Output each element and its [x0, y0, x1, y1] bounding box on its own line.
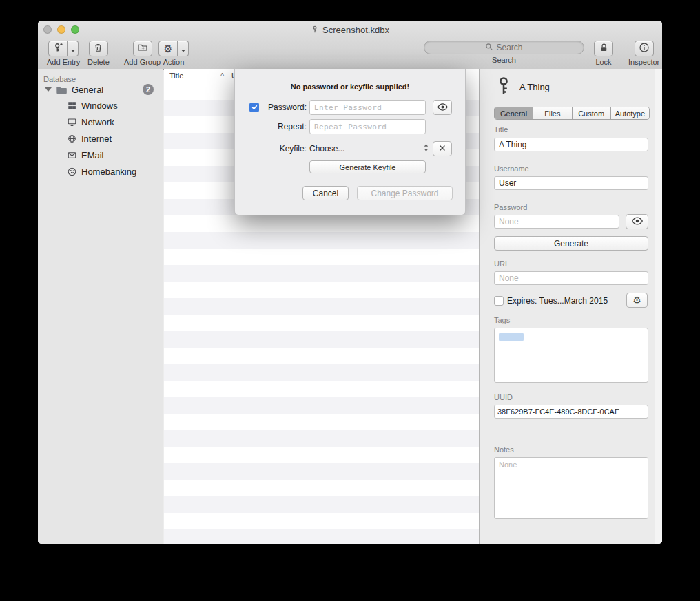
sidebar-item-network[interactable]: Network	[38, 114, 163, 130]
dialog-repeat-input[interactable]	[309, 119, 426, 134]
tag-chip[interactable]	[499, 333, 524, 341]
uuid-field[interactable]	[494, 405, 648, 419]
notes-label: Notes	[494, 445, 514, 454]
disclosure-triangle-icon[interactable]	[45, 87, 52, 92]
toolbar-item-delete: Delete	[88, 41, 110, 66]
title-field[interactable]	[494, 138, 648, 151]
close-button[interactable]	[43, 25, 52, 34]
lock-button[interactable]	[594, 41, 613, 56]
username-field[interactable]	[494, 176, 648, 190]
sidebar-group-general[interactable]: General 2	[38, 82, 163, 97]
tags-label: Tags	[494, 316, 510, 324]
monitor-icon	[67, 117, 77, 127]
dialog-show-password-button[interactable]	[433, 100, 452, 115]
tab-files[interactable]: Files	[533, 107, 572, 119]
minimize-button[interactable]	[57, 25, 65, 34]
table-row	[164, 529, 479, 544]
table-row	[164, 348, 479, 364]
generate-password-button[interactable]: Generate	[494, 236, 648, 251]
dialog-keyfile-label: Keyfile:	[261, 141, 307, 156]
expires-settings-button[interactable]: ⚙	[626, 293, 648, 308]
url-label: URL	[494, 260, 509, 268]
keyfile-popup-value: Choose...	[309, 144, 344, 154]
table-row	[164, 364, 479, 381]
column-header-title[interactable]: Title ^	[164, 69, 227, 83]
sidebar-item-label: EMail	[81, 150, 104, 160]
expires-label: Expires: Tues...March 2015	[507, 296, 608, 306]
add-group-button[interactable]	[133, 41, 152, 56]
table-row	[164, 215, 479, 232]
action-button[interactable]: ⚙	[158, 41, 178, 56]
table-row	[164, 496, 479, 513]
entry-count-badge: 2	[143, 84, 154, 95]
generate-label: Generate	[554, 239, 588, 249]
inspector-label: Inspector	[628, 58, 659, 66]
cancel-label: Cancel	[313, 189, 338, 198]
search-label: Search	[492, 56, 516, 64]
add-entry-button[interactable]	[48, 41, 68, 56]
lock-icon	[599, 42, 609, 56]
search-input[interactable]: Search	[424, 41, 584, 54]
folder-icon	[56, 85, 68, 95]
inspector-button[interactable]	[635, 41, 654, 56]
delete-button[interactable]	[89, 41, 108, 56]
expires-row: Expires: Tues...March 2015	[494, 296, 608, 306]
password-field[interactable]	[494, 215, 619, 229]
table-row	[164, 414, 479, 430]
clear-keyfile-button[interactable]	[433, 141, 452, 156]
action-dropdown-button[interactable]	[178, 41, 189, 56]
chevron-down-icon	[181, 43, 186, 55]
sidebar-item-windows[interactable]: Windows	[38, 97, 163, 114]
table-row	[164, 249, 479, 265]
change-password-dialog: No password or keyfile supplied! Passwor…	[234, 69, 466, 215]
table-row	[164, 282, 479, 298]
percent-coin-icon	[67, 167, 77, 177]
generate-keyfile-button[interactable]: Generate Keyfile	[309, 160, 426, 173]
titlebar[interactable]: Screenshot.kdbx	[38, 21, 662, 39]
toolbar-item-search: Search Search	[424, 41, 584, 64]
show-password-button[interactable]	[626, 214, 648, 229]
tab-custom[interactable]: Custom	[573, 107, 611, 119]
sidebar-item-email[interactable]: EMail	[38, 147, 163, 163]
macpass-window: Screenshot.kdbx	[38, 21, 662, 544]
tab-autotype[interactable]: Autotype	[611, 107, 649, 119]
dialog-password-label: Password:	[261, 100, 307, 115]
tags-field[interactable]	[494, 328, 648, 383]
url-field[interactable]	[494, 271, 648, 285]
inspector-scrollbar[interactable]	[655, 69, 662, 544]
toolbar-item-action: ⚙ Action	[158, 41, 189, 66]
lock-label: Lock	[595, 58, 611, 66]
username-label: Username	[494, 165, 529, 173]
expires-checkbox[interactable]	[494, 296, 504, 306]
inspector-panel: A Thing General Files Custom Autotype Ti…	[479, 69, 662, 544]
inspector-tabs: General Files Custom Autotype	[494, 107, 650, 120]
cancel-button[interactable]: Cancel	[302, 186, 349, 200]
zoom-button[interactable]	[71, 25, 79, 34]
gear-icon: ⚙	[632, 295, 641, 305]
keyfile-popup[interactable]: Choose...	[309, 141, 429, 156]
password-label: Password	[494, 203, 527, 211]
folder-plus-icon	[137, 42, 148, 56]
notes-field[interactable]	[494, 457, 648, 519]
trash-icon	[93, 42, 103, 56]
window-chrome: Screenshot.kdbx	[38, 21, 662, 70]
dialog-password-input[interactable]	[309, 100, 426, 115]
tab-general[interactable]: General	[495, 107, 533, 119]
password-checkbox[interactable]	[249, 103, 259, 112]
sidebar-item-label: Windows	[81, 101, 118, 111]
change-password-button[interactable]: Change Password	[357, 186, 453, 200]
table-row	[164, 447, 479, 463]
action-label: Action	[163, 58, 185, 66]
sidebar-item-homebanking[interactable]: Homebanking	[38, 163, 163, 180]
sidebar-item-label: Internet	[81, 134, 112, 144]
table-row	[164, 513, 479, 529]
sort-ascending-icon: ^	[220, 72, 227, 80]
eye-icon	[631, 217, 644, 227]
inspector-divider	[480, 436, 662, 436]
toolbar-item-lock: Lock	[594, 41, 613, 66]
key-icon	[495, 76, 513, 98]
sidebar-item-internet[interactable]: Internet	[38, 130, 163, 147]
search-icon	[485, 43, 493, 53]
sidebar: Database General 2 Windows Network	[38, 69, 163, 544]
add-entry-dropdown-button[interactable]	[68, 41, 79, 56]
